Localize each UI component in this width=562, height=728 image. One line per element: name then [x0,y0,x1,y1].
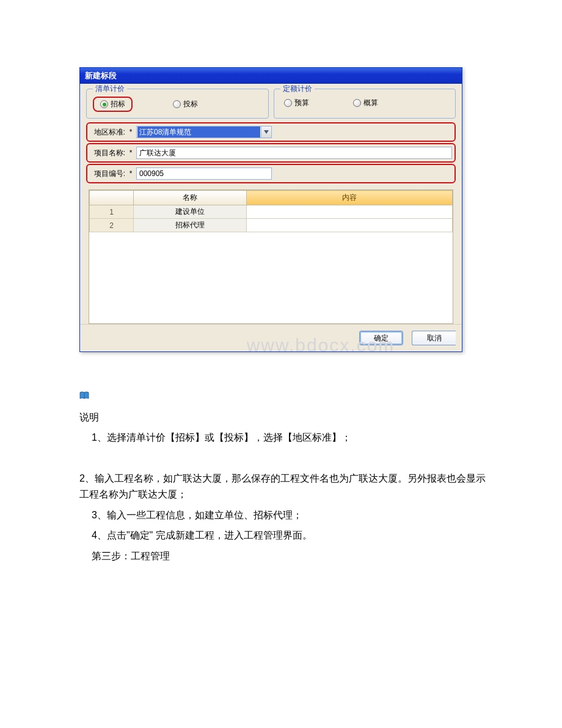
button-label: 确定 [374,333,389,344]
fieldset-quota-pricing: 定额计价 预算 概算 [274,89,456,119]
radio-dot-icon [284,99,292,107]
row-name: 招标代理 [134,219,247,232]
required-asterisk: * [126,169,135,178]
radio-estimate[interactable]: 概算 [349,97,382,109]
doc-p5: 第三步：工程管理 [79,548,495,564]
new-section-dialog: 新建标段 清单计价 招标 投标 定额计价 [79,67,462,352]
radio-tender[interactable]: 投标 [169,98,202,111]
project-name-input[interactable] [136,147,452,159]
row-index: 1 [90,205,134,219]
cancel-button[interactable]: 取消 [412,331,456,345]
region-combo[interactable]: 江苏08清单规范 [136,126,272,138]
doc-p1: 1、选择清单计价【招标】或【投标】，选择【地区标准】； [79,430,495,446]
chevron-down-icon[interactable] [261,127,271,138]
row-name: 建设单位 [134,205,247,219]
col-header-content[interactable]: 内容 [246,191,452,205]
col-header-name[interactable]: 名称 [134,191,247,205]
doc-heading: 说明 [79,410,495,425]
field-label: 项目名称: [90,148,125,158]
field-label: 地区标准: [90,127,125,138]
radio-dot-icon [173,100,181,108]
row-region-standard: 地区标准: * 江苏08清单规范 [86,122,456,142]
table-row[interactable]: 1 建设单位 [90,205,453,219]
required-asterisk: * [126,149,135,157]
row-content-cell[interactable] [246,205,452,219]
radio-label: 概算 [363,98,378,108]
field-label: 项目编号: [90,169,125,179]
fieldset-list-pricing: 清单计价 招标 投标 [86,89,269,119]
dialog-titlebar[interactable]: 新建标段 [80,68,462,84]
radio-label: 招标 [111,99,125,109]
radio-label: 投标 [183,99,198,109]
doc-p2: 2、输入工程名称，如广联达大厦，那么保存的工程文件名也为广联达大厦。另外报表也会… [79,471,495,502]
radio-label: 预算 [294,98,309,108]
row-project-name: 项目名称: * [86,143,456,163]
ok-button[interactable]: 确定 [359,331,403,345]
combo-selected-value: 江苏08清单规范 [137,127,260,138]
fieldset-legend: 清单计价 [93,84,127,94]
project-code-input[interactable] [136,167,272,180]
doc-p3: 3、输入一些工程信息，如建立单位、招标代理； [79,507,495,523]
doc-p4: 4、点击"确定" 完成新建工程，进入工程管理界面。 [79,528,495,543]
dialog-title: 新建标段 [85,70,117,81]
table-row[interactable]: 2 招标代理 [90,219,453,232]
fieldset-legend: 定额计价 [280,84,315,94]
document-body: 说明 1、选择清单计价【招标】或【投标】，选择【地区标准】； 2、输入工程名称，… [0,373,562,593]
row-content-cell[interactable] [246,219,452,232]
row-index: 2 [90,219,134,232]
info-grid[interactable]: 名称 内容 1 建设单位 2 招标代理 [89,189,453,324]
radio-budget[interactable]: 预算 [280,97,313,109]
button-label: 取消 [427,333,442,344]
col-header-index[interactable] [90,191,134,205]
radio-dot-icon [100,100,108,108]
radio-dot-icon [353,99,361,107]
row-project-code: 项目编号: * [86,164,456,183]
required-asterisk: * [126,128,135,136]
book-icon [79,389,89,397]
radio-bid[interactable]: 招标 [93,97,133,112]
